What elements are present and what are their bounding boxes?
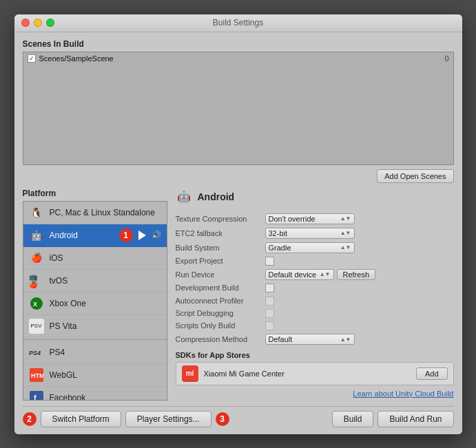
badge-3: 3 xyxy=(216,412,229,426)
platform-divider xyxy=(23,339,167,340)
badge-2: 2 xyxy=(23,412,37,426)
development-build-value xyxy=(265,281,454,294)
run-device-row: Run Device Default device ▲▼ Refresh xyxy=(176,267,454,281)
run-device-label: Run Device xyxy=(176,267,265,281)
compression-row: Compression Method Default ▲▼ xyxy=(176,332,454,347)
maximize-button[interactable] xyxy=(46,19,54,27)
xbox-icon: X xyxy=(29,296,44,311)
script-debugging-label: Script Debugging xyxy=(176,307,265,319)
build-button[interactable]: Build xyxy=(332,411,374,427)
build-system-row: Build System Gradle ▲▼ xyxy=(176,240,454,255)
autoconnect-row: Autoconnect Profiler xyxy=(176,295,454,307)
scene-checkbox[interactable] xyxy=(28,54,36,63)
autoconnect-value xyxy=(265,295,454,307)
platform-list[interactable]: 🐧 PC, Mac & Linux Standalone 🤖 Android 1… xyxy=(23,201,167,401)
selected-arrow xyxy=(138,231,146,240)
compression-value: Default ▲▼ xyxy=(265,332,454,347)
build-settings-window: Build Settings Scenes In Build Scenes/Sa… xyxy=(14,14,462,434)
ios-icon: 🍎 xyxy=(29,250,44,266)
etc2-label: ETC2 fallback xyxy=(176,226,265,240)
window-title: Build Settings xyxy=(213,18,263,28)
texture-compression-label: Texture Compression xyxy=(176,212,265,226)
build-and-run-button[interactable]: Build And Run xyxy=(377,411,453,427)
sdk-icon: mi xyxy=(182,365,198,382)
bottom-buttons: 2 Switch Platform Player Settings... 3 B… xyxy=(23,406,454,427)
sdk-name: Xiaomi Mi Game Center xyxy=(204,370,411,378)
svg-rect-5 xyxy=(30,391,43,401)
tvos-name: tvOS xyxy=(50,276,161,286)
switch-platform-button[interactable]: Switch Platform xyxy=(41,411,121,427)
scripts-only-row: Scripts Only Build xyxy=(176,319,454,332)
main-content: Scenes In Build Scenes/SampleScene 0 Add… xyxy=(14,32,462,434)
badge-1: 1 xyxy=(119,228,133,242)
development-build-checkbox[interactable] xyxy=(265,284,274,292)
platform-item-pc[interactable]: 🐧 PC, Mac & Linux Standalone xyxy=(23,202,167,224)
platform-label: Platform xyxy=(23,189,167,198)
platform-item-tvos[interactable]: 📺🍎 tvOS xyxy=(23,270,167,292)
webgl-name: WebGL xyxy=(50,370,161,380)
psvita-icon: PSV xyxy=(29,319,44,334)
minimize-button[interactable] xyxy=(34,19,42,27)
scenes-panel: Scenes/SampleScene 0 xyxy=(23,52,454,165)
select-arrow-4: ▲▼ xyxy=(320,271,331,277)
autoconnect-checkbox[interactable] xyxy=(265,297,274,306)
platform-item-webgl[interactable]: HTML WebGL xyxy=(23,364,167,387)
sdk-add-button[interactable]: Add xyxy=(416,367,448,380)
platform-item-psvita[interactable]: PSV PS Vita xyxy=(23,315,167,338)
export-project-label: Export Project xyxy=(176,255,265,267)
select-arrow-1: ▲▼ xyxy=(340,215,351,222)
scripts-only-value xyxy=(265,319,454,332)
scene-name: Scenes/SampleScene xyxy=(39,54,114,63)
platform-panel: Platform 🐧 PC, Mac & Linux Standalone 🤖 … xyxy=(23,189,167,401)
compression-select[interactable]: Default ▲▼ xyxy=(265,334,355,345)
script-debugging-checkbox[interactable] xyxy=(265,309,274,318)
right-panel: 🤖 Android Texture Compression Don't over… xyxy=(167,189,454,401)
select-arrow-2: ▲▼ xyxy=(340,230,351,236)
ps4-name: PS4 xyxy=(50,348,161,357)
etc2-select[interactable]: 32-bit ▲▼ xyxy=(265,228,355,239)
settings-table: Texture Compression Don't override ▲▼ ET… xyxy=(176,212,454,347)
script-debugging-value xyxy=(265,307,454,319)
close-button[interactable] xyxy=(21,19,30,27)
player-settings-button[interactable]: Player Settings... xyxy=(125,411,211,427)
refresh-button[interactable]: Refresh xyxy=(337,269,376,280)
platform-item-android[interactable]: 🤖 Android 1 🔊 xyxy=(23,224,167,247)
sdk-section-label: SDKs for App Stores xyxy=(176,351,454,359)
platform-item-ios[interactable]: 🍎 iOS xyxy=(23,247,167,270)
development-build-label: Development Build xyxy=(176,281,265,294)
export-project-checkbox[interactable] xyxy=(265,257,274,266)
svg-text:PS4: PS4 xyxy=(29,350,41,356)
platform-item-xbox[interactable]: X Xbox One xyxy=(23,292,167,315)
xbox-name: Xbox One xyxy=(50,299,161,308)
add-open-scenes-button[interactable]: Add Open Scenes xyxy=(377,169,453,183)
android-icon: 🤖 xyxy=(29,228,44,243)
etc2-value: 32-bit ▲▼ xyxy=(265,226,454,240)
android-title: Android xyxy=(198,191,235,202)
scene-index: 0 xyxy=(444,54,448,63)
texture-compression-row: Texture Compression Don't override ▲▼ xyxy=(176,212,454,226)
platform-item-facebook[interactable]: f Facebook xyxy=(23,387,167,401)
run-device-select[interactable]: Default device ▲▼ xyxy=(265,269,334,280)
ps4-icon: PS4 xyxy=(29,345,44,360)
texture-compression-select[interactable]: Don't override ▲▼ xyxy=(265,213,355,224)
right-buttons: Build Build And Run xyxy=(332,411,454,427)
add-open-scenes-row: Add Open Scenes xyxy=(23,169,454,183)
build-system-select[interactable]: Gradle ▲▼ xyxy=(265,242,355,253)
run-device-value: Default device ▲▼ Refresh xyxy=(265,267,454,281)
svg-text:f: f xyxy=(34,394,37,401)
scripts-only-checkbox[interactable] xyxy=(265,321,274,330)
cloud-build-link[interactable]: Learn about Unity Cloud Build xyxy=(176,390,454,398)
etc2-fallback-row: ETC2 fallback 32-bit ▲▼ xyxy=(176,226,454,240)
select-arrow-3: ▲▼ xyxy=(340,244,351,250)
scene-item: Scenes/SampleScene xyxy=(23,52,453,65)
build-system-value: Gradle ▲▼ xyxy=(265,240,454,255)
speaker-icon: 🔊 xyxy=(152,231,161,239)
scenes-label: Scenes In Build xyxy=(23,39,454,49)
window-controls xyxy=(21,19,54,27)
facebook-icon: f xyxy=(29,390,44,401)
android-name: Android xyxy=(50,231,114,240)
select-arrow-5: ▲▼ xyxy=(340,337,351,343)
title-bar: Build Settings xyxy=(14,14,462,32)
texture-compression-value: Don't override ▲▼ xyxy=(265,212,454,226)
platform-item-ps4[interactable]: PS4 PS4 xyxy=(23,341,167,364)
